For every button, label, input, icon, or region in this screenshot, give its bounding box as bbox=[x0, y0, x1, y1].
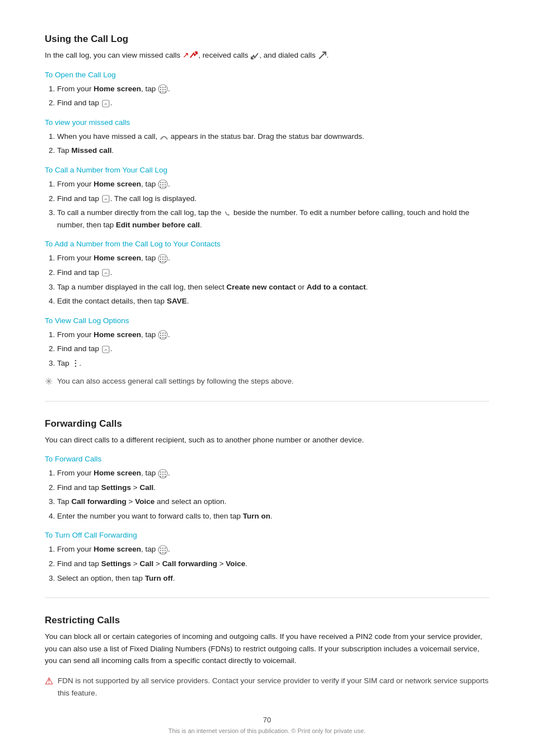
section-divider-2 bbox=[45, 598, 489, 598]
steps-turn-off-forwarding: From your Home screen, tap . Find and ta… bbox=[57, 543, 489, 584]
svg-point-53 bbox=[160, 473, 161, 474]
steps-view-missed-calls: When you have missed a call, appears in … bbox=[57, 130, 489, 157]
step-item: From your Home screen, tap . bbox=[57, 543, 489, 556]
step-item: From your Home screen, tap . bbox=[57, 178, 489, 190]
step-item: Tap Call forwarding > Voice and select a… bbox=[57, 496, 489, 508]
svg-point-20 bbox=[160, 186, 161, 188]
steps-call-log-options: From your Home screen, tap . Find and ta… bbox=[57, 329, 489, 370]
steps-call-from-log: From your Home screen, tap . Find and ta… bbox=[57, 178, 489, 231]
svg-point-37 bbox=[162, 333, 163, 334]
subsection-forward-calls: To Forward Calls From your Home screen, … bbox=[45, 455, 489, 522]
section-divider-1 bbox=[45, 401, 489, 402]
svg-point-5 bbox=[160, 89, 161, 90]
warning-text-fdn: FDN is not supported by all service prov… bbox=[58, 675, 489, 699]
svg-point-26 bbox=[162, 256, 163, 258]
svg-point-42 bbox=[160, 337, 161, 338]
svg-point-7 bbox=[165, 89, 166, 90]
svg-point-68 bbox=[165, 552, 166, 553]
svg-point-65 bbox=[165, 550, 166, 551]
svg-point-63 bbox=[160, 550, 161, 551]
svg-point-61 bbox=[162, 548, 163, 549]
subsection-title-turn-off-forwarding: To Turn Off Call Forwarding bbox=[45, 531, 489, 539]
step-item: When you have missed a call, appears in … bbox=[57, 130, 489, 143]
svg-point-28 bbox=[160, 259, 161, 260]
note-call-log-options: ✳ You can also access general call setti… bbox=[45, 375, 489, 388]
svg-point-3 bbox=[162, 87, 163, 88]
tip-icon: ✳ bbox=[45, 376, 53, 388]
step-item: Find and tap Settings > Call. bbox=[57, 482, 489, 494]
svg-point-2 bbox=[160, 87, 161, 88]
section-forwarding-calls: Forwarding Calls You can direct calls to… bbox=[45, 418, 489, 585]
section-title-forwarding-calls: Forwarding Calls bbox=[45, 418, 489, 430]
svg-point-6 bbox=[162, 89, 163, 90]
step-item: From your Home screen, tap . bbox=[57, 252, 489, 264]
svg-point-8 bbox=[160, 91, 161, 92]
warning-fdn: ⚠ FDN is not supported by all service pr… bbox=[45, 675, 489, 699]
svg-point-57 bbox=[162, 475, 163, 477]
step-item: Enter the number you want to forward cal… bbox=[57, 510, 489, 522]
svg-point-31 bbox=[160, 261, 161, 262]
section-intro-call-log: In the call log, you can view missed cal… bbox=[45, 49, 489, 62]
svg-point-48 bbox=[74, 366, 76, 367]
step-item: From your Home screen, tap . bbox=[57, 83, 489, 95]
svg-point-62 bbox=[165, 548, 166, 549]
step-item: Edit the contact details, then tap SAVE. bbox=[57, 295, 489, 307]
subsection-view-missed-calls: To view your missed calls When you have … bbox=[45, 118, 489, 157]
svg-point-56 bbox=[160, 475, 161, 477]
step-item: Tap . bbox=[57, 357, 489, 370]
subsection-add-to-contacts: To Add a Number from the Call Log to You… bbox=[45, 240, 489, 307]
svg-point-51 bbox=[162, 471, 163, 472]
step-item: To call a number directly from the call … bbox=[57, 207, 489, 231]
svg-point-18 bbox=[162, 184, 163, 185]
svg-point-47 bbox=[74, 363, 76, 365]
svg-point-36 bbox=[160, 333, 161, 334]
steps-forward-calls: From your Home screen, tap . Find and ta… bbox=[57, 467, 489, 522]
svg-point-50 bbox=[160, 471, 161, 472]
subsection-title-add-to-contacts: To Add a Number from the Call Log to You… bbox=[45, 240, 489, 248]
svg-point-38 bbox=[165, 333, 166, 334]
subsection-title-call-from-log: To Call a Number from Your Call Log bbox=[45, 166, 489, 174]
svg-point-10 bbox=[165, 91, 166, 92]
svg-point-52 bbox=[165, 471, 166, 472]
subsection-call-log-options: To View Call Log Options From your Home … bbox=[45, 316, 489, 388]
svg-point-29 bbox=[162, 259, 163, 260]
section-title-restricting-calls: Restricting Calls bbox=[45, 615, 489, 626]
svg-point-43 bbox=[162, 337, 163, 338]
svg-point-44 bbox=[165, 337, 166, 338]
step-item: Tap Missed call. bbox=[57, 144, 489, 157]
svg-point-9 bbox=[162, 91, 163, 92]
section-intro-forwarding-calls: You can direct calls to a different reci… bbox=[45, 434, 489, 446]
svg-point-22 bbox=[165, 186, 166, 188]
subsection-open-call-log: To Open the Call Log From your Home scre… bbox=[45, 71, 489, 109]
svg-line-0 bbox=[319, 52, 326, 59]
step-item: Select an option, then tap Turn off. bbox=[57, 572, 489, 585]
svg-point-39 bbox=[160, 335, 161, 336]
missed-call-icon: ↗︎ bbox=[182, 51, 189, 59]
subsection-title-call-log-options: To View Call Log Options bbox=[45, 316, 489, 325]
svg-point-25 bbox=[160, 256, 161, 258]
svg-point-21 bbox=[162, 186, 163, 188]
svg-point-66 bbox=[160, 552, 161, 553]
subsection-call-from-log: To Call a Number from Your Call Log From… bbox=[45, 166, 489, 231]
warning-icon: ⚠ bbox=[45, 675, 53, 687]
svg-point-41 bbox=[165, 335, 166, 336]
svg-point-60 bbox=[160, 548, 161, 549]
subsection-title-open-call-log: To Open the Call Log bbox=[45, 71, 489, 79]
step-item: From your Home screen, tap . bbox=[57, 329, 489, 341]
svg-point-40 bbox=[162, 335, 163, 336]
note-text-call-log-options: You can also access general call setting… bbox=[57, 375, 294, 388]
svg-point-54 bbox=[162, 473, 163, 474]
svg-point-16 bbox=[165, 182, 166, 183]
subsection-title-forward-calls: To Forward Calls bbox=[45, 455, 489, 463]
step-item: From your Home screen, tap . bbox=[57, 467, 489, 479]
step-item: Find and tap . The call log is displayed… bbox=[57, 193, 489, 205]
footer-text: This is an internet version of this publ… bbox=[45, 727, 489, 734]
svg-point-15 bbox=[162, 182, 163, 183]
step-item: Find and tap . bbox=[57, 343, 489, 355]
section-title-call-log: Using the Call Log bbox=[45, 34, 489, 45]
step-item: Find and tap . bbox=[57, 97, 489, 109]
subsection-title-view-missed-calls: To view your missed calls bbox=[45, 118, 489, 127]
svg-point-55 bbox=[165, 473, 166, 474]
step-item: Tap a number displayed in the call log, … bbox=[57, 281, 489, 293]
svg-point-33 bbox=[165, 261, 166, 262]
